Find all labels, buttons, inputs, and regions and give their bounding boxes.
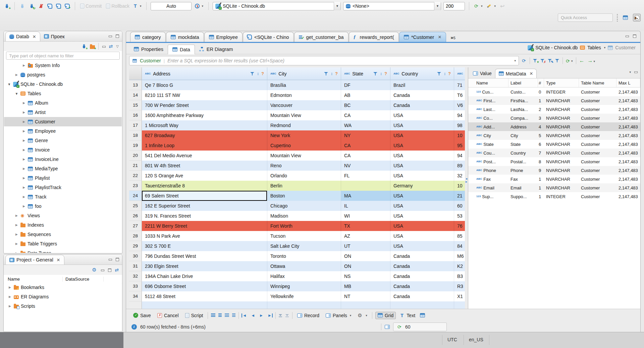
script-button[interactable]: Script (183, 312, 205, 319)
grid-cell-state[interactable]: BC (341, 100, 390, 110)
grid-cell-country[interactable]: Canada (390, 251, 454, 261)
meta-cell-name[interactable]: ABCPost... (468, 157, 508, 166)
grid-row-33[interactable]: 33696 Osborne StreetWinnipegMBCanadaR3 (129, 281, 465, 291)
connection-combo[interactable]: SQLite - Chinook.db▼ (213, 2, 341, 10)
row-number[interactable]: 29 (129, 241, 142, 251)
row-number[interactable]: 24 (129, 191, 142, 201)
meta-cell-table[interactable]: Customer (579, 96, 616, 105)
meta-cell-max[interactable]: 2,147,483 (616, 140, 640, 149)
grid-cell-state[interactable]: ON (341, 251, 390, 261)
row-number[interactable]: 26 (129, 211, 142, 221)
expand-arrow-icon[interactable]: ▶ (22, 148, 26, 152)
grid-cell-city[interactable]: Boston (267, 191, 341, 201)
grid-cell-extra[interactable]: 76 (454, 221, 465, 231)
object-filter-input[interactable] (6, 52, 120, 60)
text-lines-icon-1[interactable] (211, 313, 215, 317)
grid-cell-country[interactable]: Canada (390, 291, 454, 301)
metadata-row-compa[interactable]: ABCCo...Compa...3NVARCHARCustomer2,147,4… (468, 114, 640, 122)
grid-cell-extra[interactable]: 21 (454, 191, 465, 201)
expand-arrow-icon[interactable]: ▶ (22, 64, 26, 67)
project-item-bookmarks[interactable]: ▶Bookmarks (4, 283, 122, 292)
column-header-address[interactable]: ABCAddress↕? (142, 67, 267, 80)
grid-row-partial[interactable] (129, 301, 465, 309)
tree-item-table-triggers[interactable]: ▶Table Triggers (4, 239, 122, 248)
grid-row-18[interactable]: 18627 BroadwayNew YorkNYUSA10 (129, 130, 465, 140)
row-number[interactable]: 17 (129, 120, 142, 130)
grid-cell-extra[interactable]: K2 (454, 261, 465, 271)
row-number[interactable]: 14 (129, 90, 142, 100)
grid-cell-state[interactable] (341, 181, 390, 191)
auto-refresh-segment[interactable]: 60 (393, 323, 447, 331)
nav-back-icon[interactable]: ← (579, 58, 585, 63)
new-connection-mini-button[interactable]: + (82, 44, 87, 49)
view-menu-icon[interactable]: ▽ (116, 45, 119, 48)
meta-cell-label[interactable]: City (508, 131, 538, 140)
grid-cell-city[interactable]: Yellowknife (267, 291, 341, 301)
expand-arrow-icon[interactable]: ▶ (22, 205, 26, 208)
breadcrumb-table[interactable]: Customer (615, 45, 636, 50)
grid-cell-address[interactable]: 1 Microsoft Way (142, 120, 267, 130)
meta-cell-max[interactable]: 2,147,483 (616, 157, 640, 166)
meta-cell-name[interactable]: 123Sup... (468, 192, 508, 201)
grid-cell-extra[interactable]: 32 (454, 171, 465, 181)
row-number[interactable]: 28 (129, 231, 142, 241)
combo-arrow-icon[interactable]: ▼ (434, 2, 441, 10)
meta-cell-ord[interactable]: 8 (538, 157, 544, 166)
timezone-label[interactable]: UTC (447, 337, 457, 342)
close-icon[interactable]: ✕ (529, 71, 533, 76)
meta-cell-ord[interactable]: 3 (538, 114, 544, 122)
tab-value[interactable]: Value (470, 69, 495, 78)
row-number[interactable]: 23 (129, 181, 142, 191)
grid-cell-state[interactable]: NS (341, 271, 390, 281)
sort-icon[interactable]: ↕ (444, 71, 446, 76)
meta-cell-type[interactable]: NVARCHAR (544, 122, 579, 131)
grid-row-30[interactable]: 30796 Dundas Street WestTorontoONCanadaM… (129, 251, 465, 261)
grid-cell-extra[interactable]: 10 (454, 181, 465, 191)
grid-cell-city[interactable]: Tucson (267, 231, 341, 241)
grid-row-31[interactable]: 31230 Elgin StreetOttawaONCanadaK2 (129, 261, 465, 271)
minimize-icon[interactable] (108, 257, 112, 261)
tab-overflow-chevron[interactable]: »5 (446, 36, 455, 42)
column-header-state[interactable]: ABCState↕? (341, 67, 390, 80)
results-grid-icon[interactable] (420, 313, 425, 317)
grid-cell-address[interactable]: 1600 Amphitheatre Parkway (142, 110, 267, 120)
grid-cell-state[interactable]: WI (341, 211, 390, 221)
new-connection-button[interactable]: + (3, 3, 10, 9)
meta-cell-max[interactable]: 2,147,483 (616, 114, 640, 122)
grid-cell-city[interactable]: Mountain View (267, 110, 341, 120)
meta-cell-ord[interactable]: 5 (538, 131, 544, 140)
text-lines-icon-2[interactable] (218, 313, 222, 317)
filter-icon[interactable] (437, 72, 441, 76)
sql-format-button[interactable]: ▾ (486, 3, 497, 9)
schema-combo[interactable]: <None>▼ (343, 2, 441, 10)
tree-item-sqlite-chinook-db[interactable]: ▼SQLite - Chinook.db (4, 79, 122, 89)
grid-cell-city[interactable]: Halifax (267, 271, 341, 281)
sql-editor-button[interactable] (47, 3, 53, 9)
grid-cell-state[interactable]: WA (341, 120, 390, 130)
meta-cell-table[interactable]: Customer (579, 183, 616, 192)
metadata-row-email[interactable]: ABCEmailEmail1NVARCHARCustomer2,147,483 (468, 183, 640, 192)
grid-cell-city[interactable]: Berlin (267, 181, 341, 191)
project-item-scripts[interactable]: ▶Scripts (4, 301, 122, 311)
meta-cell-type[interactable]: NVARCHAR (544, 114, 579, 122)
row-number[interactable]: 30 (129, 251, 142, 261)
grid-cell-address[interactable]: 8210 111 ST NW (142, 90, 267, 100)
commit-mode-combo[interactable]: Auto (151, 2, 192, 10)
auto-sync-button[interactable]: ▾ (473, 3, 484, 9)
tab-projects[interactable]: Проек (40, 32, 68, 41)
grid-cell-country[interactable]: Canada (390, 90, 454, 100)
grid-cell-state[interactable]: TX (341, 221, 390, 231)
filter-icon[interactable] (324, 72, 328, 76)
grid-cell-country[interactable]: USA (390, 241, 454, 251)
grid-cell-address[interactable]: 230 Elgin Street (142, 261, 267, 271)
tree-item-sequences[interactable]: ▶Sequences (4, 230, 122, 239)
grid-cell-extra[interactable]: 94 (454, 151, 465, 161)
minimize-icon[interactable] (634, 70, 638, 74)
nav-forward-button[interactable]: →▾ (588, 58, 595, 63)
meta-cell-name[interactable]: ABCCou... (468, 149, 508, 157)
grid-row-34[interactable]: 345112 48 StreetYellowknifeNTCanadaX1 (129, 291, 465, 301)
previous-row-button[interactable]: ◄ (250, 313, 256, 318)
grid-cell-extra[interactable]: V6 (454, 100, 465, 110)
tree-item-customer[interactable]: ▶Customer (4, 117, 122, 126)
tree-item-foo[interactable]: ▶foo (4, 201, 122, 211)
